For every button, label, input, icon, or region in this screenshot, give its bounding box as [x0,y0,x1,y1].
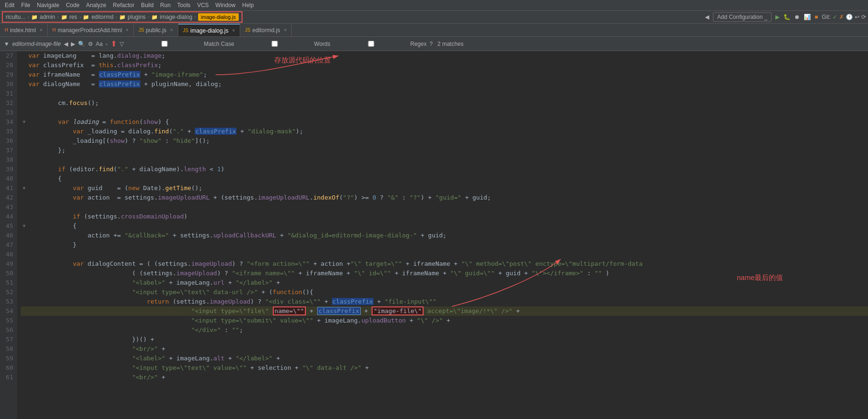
words-checkbox[interactable] [237,41,312,47]
breadcrumb-admin[interactable]: admin [40,14,55,20]
breadcrumb-active-file[interactable]: image-dialog.js [198,13,239,21]
coverage-icon[interactable]: ⏺ [794,14,800,20]
find-funnel-icon[interactable]: ▽ [120,41,124,47]
code-line-58: "<br/>" + [21,344,868,354]
breadcrumb-root: ricultu... [6,14,26,20]
code-line-50: ( (settings.imageUpload) ? "<iframe name… [21,269,868,278]
code-line-40: { [21,174,868,183]
find-bar: ▼ editormd-image-file ◀ ▶ 🔍 ⚙ Aa ₊ ⬆ ▽ M… [0,37,868,51]
run-icon[interactable]: ▶ [775,14,780,20]
code-line-30: var dialogName = classPrefix + pluginNam… [21,79,868,89]
close-tab-index-html[interactable]: × [40,27,43,33]
breadcrumb-path: ricultu... › 📁 admin › 📁 res › 📁 editorm… [2,11,243,23]
tab-index-html[interactable]: H index.html × [0,24,48,36]
tab-label-public-js: public.js [146,27,166,34]
breadcrumb: ricultu... › 📁 admin › 📁 res › 📁 editorm… [2,11,243,23]
tab-editormd-js[interactable]: JS editormd.js × [240,24,292,36]
code-line-38 [21,155,868,165]
code-line-59: "<label>" + imageLang.alt + "</label>" + [21,354,868,363]
git-history-icon[interactable]: ⟳ [861,14,866,20]
code-line-47: } [21,240,868,250]
profile-icon[interactable]: 📊 [804,14,811,20]
tab-label-editormd-js: editormd.js [252,27,280,34]
code-line-54: "<input type=\"file\" name=\"" + classPr… [21,306,868,316]
editor-tabs: H index.html × H managerProductAdd.html … [0,24,868,37]
code-content[interactable]: var imageLang = lang.dialog.image; var c… [17,51,868,419]
code-line-39: if (editor.find("." + dialogName).length… [21,165,868,174]
tab-image-dialog-js[interactable]: JS image-dialog.js × [178,24,240,36]
git-check-icon[interactable]: ✓ [833,14,837,20]
find-subscript-icon[interactable]: ₊ [105,41,108,46]
regex-checkbox[interactable] [333,41,409,47]
menu-edit[interactable]: Edit [2,1,17,9]
breadcrumb-plugins[interactable]: plugins [128,14,146,20]
code-line-37: }; [21,146,868,155]
match-case-label[interactable]: Match Case [127,41,234,47]
close-tab-public-js[interactable]: × [170,27,173,33]
tab-label-image-dialog-js: image-dialog.js [190,27,228,34]
code-line-42: var action = settings.imageUploadURL + (… [21,193,868,202]
add-configuration-button[interactable]: Add Configuration _ [713,12,772,22]
git-area: Git: ✓ ✗ 🕐 ↩ ⟳ [822,14,866,20]
js-icon-2: JS [183,28,189,33]
html-icon-2: H [52,27,56,33]
find-arrow-icon[interactable]: ⬆ [111,39,117,48]
menu-tools[interactable]: Tools [174,1,193,9]
breadcrumb-editormd[interactable]: editormd [91,14,113,20]
find-help-icon[interactable]: ? [429,41,433,47]
js-icon-3: JS [245,27,251,33]
git-clock-icon[interactable]: 🕐 [846,14,853,20]
menu-help[interactable]: Help [239,1,257,9]
menu-run[interactable]: Run [157,1,174,9]
code-line-28: var classPrefix = this.classPrefix; [21,61,868,70]
code-line-53: return (settings.imageUpload) ? "<div cl… [21,297,868,306]
code-line-52: "<input type=\"text\" data-url />" + (fu… [21,288,868,297]
folder-icon-1: 📁 [31,14,38,20]
words-label[interactable]: Words [237,41,330,47]
close-tab-editormd-js[interactable]: × [284,27,286,33]
close-tab-manager[interactable]: × [126,27,129,33]
find-matches-count: 2 matches [437,41,463,47]
find-nav-next[interactable]: ▶ [71,41,75,47]
find-filter-icon[interactable]: ⚙ [88,41,93,47]
code-line-46: action += "&callback=" + settings.upload… [21,231,868,240]
code-line-43 [21,202,868,212]
code-line-36: _loading[(show) ? "show" : "hide"](); [21,136,868,146]
breadcrumb-res[interactable]: res [69,14,78,20]
folder-icon-2: 📁 [61,14,68,20]
code-line-31 [21,89,868,98]
find-scope-label: editormd-image-file [12,41,61,47]
match-case-checkbox[interactable] [127,41,202,47]
code-line-49: var dialogContent = ( (settings.imageUpl… [21,259,868,269]
find-search-icon: 🔍 [78,41,85,47]
code-line-41: ▼ var guid = (new Date).getTime(); [21,183,868,193]
folder-icon-5: 📁 [151,14,158,20]
menu-analyze[interactable]: Analyze [83,1,109,9]
git-x-icon[interactable]: ✗ [839,14,844,20]
menu-file[interactable]: File [18,1,33,9]
menu-window[interactable]: Window [213,1,239,9]
nav-back-icon[interactable]: ◀ [705,14,709,20]
find-aa-icon[interactable]: Aa [96,41,103,47]
code-line-34: ▼ var loading = function(show) { [21,117,868,127]
tab-public-js[interactable]: JS public.js × [134,24,178,36]
tab-manager-product[interactable]: H managerProductAdd.html × [48,24,134,36]
code-line-56: "</div>" : ""; [21,325,868,335]
find-nav-prev[interactable]: ◀ [64,41,68,47]
menu-build[interactable]: Build [138,1,156,9]
code-line-29: var iframeName = classPrefix + "image-if… [21,70,868,79]
folder-icon-3: 📁 [83,14,89,20]
folder-icon-4: 📁 [119,14,126,20]
regex-label[interactable]: Regex [333,41,427,47]
debug-icon[interactable]: 🐛 [783,14,790,20]
stop-icon[interactable]: ■ [815,14,818,20]
menu-navigate[interactable]: Navigate [34,1,62,9]
find-bar-collapse-icon[interactable]: ▼ [4,41,9,47]
code-line-27: var imageLang = lang.dialog.image; [21,51,868,61]
breadcrumb-image-dialog[interactable]: image-dialog [160,14,192,20]
close-tab-image-dialog-js[interactable]: × [232,28,235,33]
menu-refactor[interactable]: Refactor [110,1,137,9]
menu-vcs[interactable]: VCS [194,1,212,9]
menu-code[interactable]: Code [63,1,82,9]
git-undo-icon[interactable]: ↩ [855,14,859,20]
